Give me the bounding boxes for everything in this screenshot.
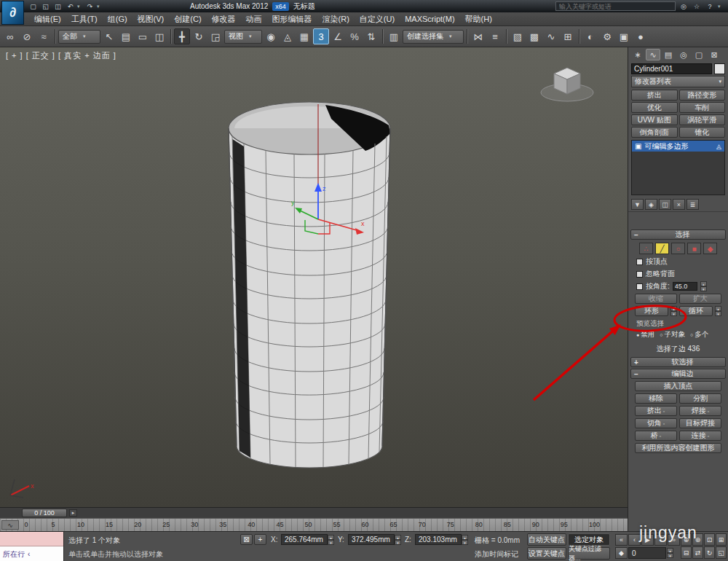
rendered-frame-window-icon[interactable]: ▣ bbox=[616, 28, 632, 44]
viewport-label[interactable]: [ + ] [ 正交 ] [ 真实 + 边面 ] bbox=[6, 50, 116, 61]
search-input[interactable] bbox=[555, 1, 676, 11]
material-editor-icon[interactable]: ◐ bbox=[582, 28, 598, 44]
stack-subobject-icon[interactable]: ◬ bbox=[716, 143, 721, 150]
spinner-up-icon[interactable]: ▴ bbox=[462, 535, 468, 540]
modifier-button[interactable]: 涡轮平滑 bbox=[679, 114, 726, 125]
select-object-icon[interactable]: ↖ bbox=[101, 28, 117, 44]
spinner-snap-icon[interactable]: ⇅ bbox=[363, 28, 379, 44]
percent-snap-icon[interactable]: % bbox=[347, 28, 363, 44]
ignore-backfacing-checkbox[interactable] bbox=[636, 271, 643, 278]
show-end-result-icon[interactable]: ◈ bbox=[645, 199, 657, 210]
rollout-soft-selection-header[interactable]: + 软选择 bbox=[630, 357, 726, 367]
current-frame-field[interactable]: 0 bbox=[628, 547, 666, 559]
spinner-down-icon[interactable]: ▾ bbox=[670, 311, 677, 316]
chamfer-button[interactable]: 切角 ▫ bbox=[635, 418, 677, 428]
menu-item[interactable]: 组(G) bbox=[103, 12, 132, 26]
spinner-up-icon[interactable]: ▴ bbox=[700, 281, 707, 286]
object-name-field[interactable] bbox=[631, 63, 712, 74]
schematic-view-icon[interactable]: ⊞ bbox=[560, 28, 576, 44]
y-spinner[interactable]: ▴ ▾ bbox=[395, 535, 401, 545]
curve-editor-icon[interactable]: ∿ bbox=[543, 28, 559, 44]
bridge-button[interactable]: 桥 ▫ bbox=[635, 431, 677, 441]
menu-item[interactable]: 编辑(E) bbox=[29, 12, 66, 26]
modifier-button[interactable]: 路径变形 bbox=[679, 90, 726, 101]
modifier-stack[interactable]: ▣ 可编辑多边形 ◬ bbox=[631, 140, 725, 195]
split-button[interactable]: 分割 bbox=[679, 393, 721, 404]
named-selection-sets-dropdown[interactable]: 创建选择集 ▾ bbox=[403, 30, 464, 44]
spinner-down-icon[interactable]: ▾ bbox=[700, 286, 707, 291]
help-icon[interactable]: ? bbox=[705, 1, 715, 11]
spinner-down-icon[interactable]: ▾ bbox=[462, 540, 468, 545]
spinner-up-icon[interactable]: ▴ bbox=[715, 306, 721, 311]
favorites-star-icon[interactable]: ☆ bbox=[692, 1, 702, 11]
reference-coordinate-dropdown[interactable]: 视图 ▾ bbox=[224, 30, 262, 44]
z-spinner[interactable]: ▴ ▾ bbox=[462, 535, 468, 545]
modifier-button[interactable]: 倒角剖面 bbox=[631, 127, 678, 138]
modifier-button[interactable]: 优化 bbox=[631, 102, 678, 113]
spinner-up-icon[interactable]: ▴ bbox=[670, 306, 677, 311]
tab-utilities-icon[interactable]: ⊠ bbox=[707, 49, 721, 60]
settings-box-icon[interactable]: ▫ bbox=[708, 409, 709, 414]
angle-spinner[interactable]: ▴ ▾ bbox=[700, 281, 707, 291]
time-slider-handle[interactable]: 0 / 100 bbox=[22, 509, 67, 517]
redo-icon[interactable]: ↷ bbox=[84, 1, 95, 11]
app-logo-icon[interactable]: ∂ bbox=[1, 1, 24, 25]
select-and-manipulate-icon[interactable]: ◬ bbox=[280, 28, 296, 44]
spinner-down-icon[interactable]: ▾ bbox=[715, 311, 721, 316]
mini-curve-editor-icon[interactable]: ∿ bbox=[1, 520, 19, 530]
make-unique-icon[interactable]: ◫ bbox=[659, 199, 671, 210]
menu-item[interactable]: 修改器 bbox=[207, 12, 241, 26]
settings-box-icon[interactable]: ▫ bbox=[663, 421, 665, 426]
menu-item[interactable]: 创建(C) bbox=[169, 12, 206, 26]
z-coordinate-field[interactable]: 203.103mm bbox=[415, 534, 462, 545]
tab-modify-icon[interactable]: ∿ bbox=[646, 49, 660, 60]
listener-pane[interactable]: 所在行 ‹ bbox=[0, 546, 63, 561]
set-key-button[interactable]: 设置关键点 bbox=[527, 547, 566, 560]
weld-button[interactable]: 焊接 ▫ bbox=[679, 406, 721, 416]
menu-item[interactable]: MAXScript(M) bbox=[400, 13, 459, 25]
select-and-move-icon[interactable]: ╋ bbox=[174, 28, 190, 44]
redo-dropdown-icon[interactable]: ▾ bbox=[97, 4, 103, 9]
configure-modifier-sets-icon[interactable]: ≣ bbox=[687, 199, 699, 210]
ring-button[interactable]: 环形 bbox=[635, 306, 668, 316]
snap-toggle-3d-icon[interactable]: 3 bbox=[313, 28, 329, 44]
y-coordinate-field[interactable]: 372.495mm bbox=[348, 534, 395, 545]
mirror-icon[interactable]: ⋈ bbox=[470, 28, 486, 44]
graphite-modeling-icon[interactable]: ▩ bbox=[526, 28, 542, 44]
menu-item[interactable]: 工具(T) bbox=[66, 12, 103, 26]
settings-box-icon[interactable]: ▫ bbox=[708, 434, 709, 439]
vertex-subobject-icon[interactable]: ∴ bbox=[639, 243, 653, 254]
modifier-list-dropdown[interactable]: 修改器列表 ▾ bbox=[631, 76, 725, 87]
by-angle-checkbox[interactable] bbox=[636, 283, 643, 290]
orbit-icon[interactable]: ↻ bbox=[704, 546, 715, 559]
rollout-edit-edges-header[interactable]: − 编辑边 bbox=[630, 369, 726, 379]
zoom-extents-icon[interactable]: ⊡ bbox=[704, 533, 715, 546]
create-shape-button[interactable]: 利用所选内容创建图形 bbox=[635, 443, 721, 453]
edit-named-selection-sets-icon[interactable]: ▥ bbox=[386, 28, 402, 44]
scene-cylinder[interactable]: z x y bbox=[0, 47, 628, 507]
zoom-region-icon[interactable]: ⊟ bbox=[681, 546, 692, 559]
remove-modifier-icon[interactable]: × bbox=[673, 199, 685, 210]
modifier-button[interactable]: UVW 贴图 bbox=[631, 114, 678, 125]
ring-spinner[interactable]: ▴ ▾ bbox=[670, 306, 677, 316]
rollout-selection-header[interactable]: − 选择 bbox=[630, 230, 726, 240]
maxscript-mini-listener[interactable]: 所在行 ‹ bbox=[0, 532, 64, 561]
absolute-offset-toggle-icon[interactable]: + bbox=[254, 534, 266, 545]
preview-multiple-radio[interactable]: ○ 多个 bbox=[690, 330, 708, 340]
keyboard-override-icon[interactable]: ▦ bbox=[296, 28, 312, 44]
x-spinner[interactable]: ▴ ▾ bbox=[328, 535, 334, 545]
undo-dropdown-icon[interactable]: ▾ bbox=[77, 4, 83, 9]
angle-snap-icon[interactable]: ∠ bbox=[330, 28, 346, 44]
insert-vertex-button[interactable]: 插入顶点 bbox=[635, 381, 721, 391]
rectangular-selection-region-icon[interactable]: ▭ bbox=[135, 28, 151, 44]
render-production-icon[interactable]: ● bbox=[633, 28, 649, 44]
pin-stack-icon[interactable]: ▼ bbox=[631, 199, 644, 210]
stack-item-editable-poly[interactable]: ▣ 可编辑多边形 ◬ bbox=[632, 141, 724, 152]
menu-item[interactable]: 图形编辑器 bbox=[267, 12, 317, 26]
layer-manager-icon[interactable]: ▧ bbox=[510, 28, 526, 44]
select-and-rotate-icon[interactable]: ↻ bbox=[191, 28, 207, 44]
save-file-icon[interactable]: ◫ bbox=[52, 1, 63, 11]
polygon-subobject-icon[interactable]: ■ bbox=[687, 243, 701, 254]
key-mode-toggle-icon[interactable]: ◆ bbox=[615, 547, 628, 559]
tab-motion-icon[interactable]: ◎ bbox=[676, 49, 691, 60]
